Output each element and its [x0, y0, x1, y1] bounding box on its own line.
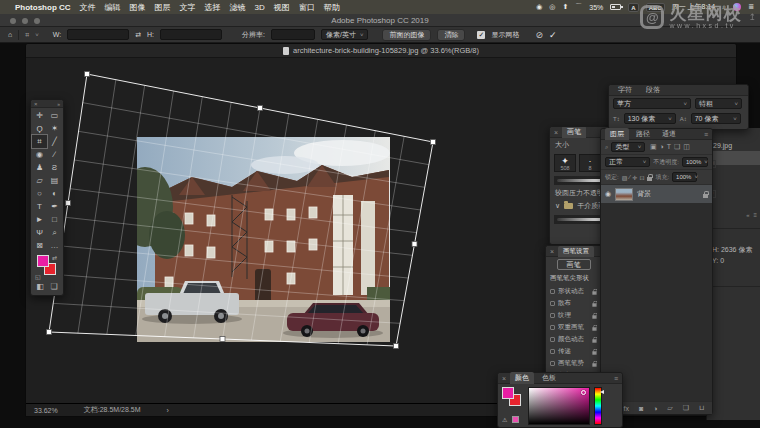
brush-option-row[interactable]: 散布	[546, 297, 601, 309]
collapse-icon[interactable]: »	[57, 101, 60, 107]
menu-window[interactable]: 窗口	[299, 2, 315, 13]
font-family-select[interactable]: 苹方 ˅	[613, 98, 691, 109]
fill-select[interactable]: 100% ˅	[672, 172, 697, 182]
brush-tool[interactable]: ∕	[47, 148, 62, 161]
lasso-tool[interactable]: Ϙ	[32, 122, 47, 135]
crop-handle[interactable]	[412, 242, 417, 247]
gradient-tool[interactable]: ▤	[47, 174, 62, 187]
updates-icon[interactable]: ⬆	[562, 3, 568, 11]
default-colors-icon[interactable]: ◱	[35, 273, 41, 280]
wifi-icon[interactable]: ⌒	[575, 2, 582, 12]
dock-document-tab[interactable]: 29.jpg	[707, 128, 760, 151]
search-icon[interactable]: ⌕	[605, 144, 608, 151]
panel-menu-icon[interactable]: ≡	[753, 212, 757, 218]
checkbox[interactable]	[550, 325, 555, 330]
checkbox[interactable]	[550, 337, 555, 342]
tab-brush-settings[interactable]: 画笔设置	[558, 246, 594, 257]
filter-type-icon[interactable]: T	[665, 143, 672, 150]
brush-option-row[interactable]: 颜色动态	[546, 333, 601, 345]
status-arrow-icon[interactable]: ›	[167, 407, 169, 414]
leading-select[interactable]: 70 像素 ˅	[691, 113, 741, 124]
input-source-badge-abc[interactable]: ABC	[646, 3, 665, 12]
menu-select[interactable]: 选择	[205, 2, 221, 13]
filter-shape-icon[interactable]: ❏	[673, 143, 682, 150]
lock-paint-icon[interactable]: ∕	[629, 174, 630, 181]
close-icon[interactable]: ×	[550, 248, 554, 255]
type-tool[interactable]: T	[32, 200, 47, 213]
layer-row-background[interactable]: ◉ 背景	[601, 185, 712, 203]
filter-smart-icon[interactable]: ◫	[682, 143, 692, 150]
show-grid-checkbox[interactable]: ✓	[477, 31, 485, 39]
menu-photoshop[interactable]: Photoshop CC	[15, 3, 71, 12]
brush-tip-shape-item[interactable]: 画笔笔尖形状	[546, 272, 601, 285]
lock-transparency-icon[interactable]: ▨	[622, 174, 628, 181]
cancel-crop-icon[interactable]: ⊘	[535, 30, 543, 40]
crop-handle[interactable]	[258, 106, 263, 111]
menubar-clock[interactable]: 周一 上午8:14	[672, 2, 716, 12]
spotlight-icon[interactable]: ⌕	[722, 3, 726, 11]
commit-crop-icon[interactable]: ✓	[549, 30, 557, 40]
foreground-color-swatch[interactable]	[502, 387, 514, 399]
zoom-tool[interactable]: ⌕	[47, 226, 62, 239]
blur-tool[interactable]: ○	[32, 187, 47, 200]
zoom-level[interactable]: 33.62%	[34, 407, 58, 414]
panel-menu-icon[interactable]: ≡	[614, 375, 618, 382]
control-center-icon[interactable]: ≣	[748, 3, 754, 11]
filter-pixel-icon[interactable]: ▣	[648, 143, 658, 150]
font-style-select[interactable]: 特粗 ˅	[695, 98, 742, 109]
menu-help[interactable]: 帮助	[324, 2, 340, 13]
adjustment-layer-icon[interactable]: ◑	[652, 405, 659, 412]
history-brush-tool[interactable]: Ƨ	[47, 161, 62, 174]
brush-preset[interactable]: ✦508	[554, 154, 576, 172]
crop-handle[interactable]	[220, 337, 225, 342]
checkbox[interactable]	[550, 361, 555, 366]
crop-handle[interactable]	[47, 330, 52, 335]
checkbox[interactable]	[550, 289, 555, 294]
panel-menu-icon[interactable]: ≡	[704, 131, 708, 138]
height-input[interactable]	[160, 29, 222, 40]
siri-icon[interactable]	[733, 3, 741, 11]
swap-colors-icon[interactable]: ⇄	[52, 254, 57, 261]
frame-tool[interactable]: ⊠	[32, 239, 47, 252]
input-source-badge-a[interactable]: A	[628, 3, 638, 12]
path-selection-tool[interactable]: ►	[32, 213, 47, 226]
marquee-tool[interactable]: ▭	[47, 109, 62, 122]
dodge-tool[interactable]: ◐	[47, 187, 62, 200]
lock-all-icon[interactable]	[647, 177, 652, 181]
tab-paragraph[interactable]: 段落	[641, 84, 665, 96]
layer-filter-select[interactable]: 类型 ˅	[611, 142, 645, 152]
shape-tool[interactable]: □	[47, 213, 62, 226]
tab-paths[interactable]: 路径	[631, 128, 655, 140]
healing-brush-tool[interactable]: ◉	[32, 148, 47, 161]
checkbox[interactable]	[550, 301, 555, 306]
color-picker-cursor[interactable]	[581, 390, 586, 395]
document-tab[interactable]: architecture-brick-building-105829.jpg @…	[26, 44, 736, 58]
layer-name[interactable]: 背景	[637, 189, 651, 199]
resolution-unit-select[interactable]: 像素/英寸 ˅	[321, 29, 368, 40]
menu-type[interactable]: 文字	[180, 2, 196, 13]
magic-wand-tool[interactable]: ✶	[47, 122, 62, 135]
layer-mask-icon[interactable]: ◙	[637, 405, 644, 412]
eraser-tool[interactable]: ▱	[32, 174, 47, 187]
brush-option-row[interactable]: 形状动态	[546, 285, 601, 297]
gamut-warning-icon[interactable]: ⚠	[502, 416, 507, 423]
new-group-icon[interactable]: ▱	[666, 404, 674, 412]
resolution-input[interactable]	[271, 29, 315, 40]
delete-layer-icon[interactable]: ⊔	[698, 404, 706, 412]
brush-option-row[interactable]: 双重画笔	[546, 321, 601, 333]
home-icon[interactable]: ⌂	[8, 31, 12, 38]
front-image-button[interactable]: 前面的图像	[382, 29, 431, 41]
menubar-extra-icon-1[interactable]: ◉	[536, 3, 542, 11]
color-gradient-field[interactable]	[528, 387, 590, 425]
crop-handle[interactable]	[66, 201, 71, 206]
visibility-eye-icon[interactable]: ◉	[605, 190, 611, 198]
background-lock-icon[interactable]	[703, 194, 708, 198]
menu-image[interactable]: 图像	[130, 2, 146, 13]
current-tool-icon[interactable]: ⌗	[25, 31, 29, 39]
tab-layers[interactable]: 图层	[605, 128, 629, 140]
pen-tool[interactable]: ✒	[47, 200, 62, 213]
font-size-select[interactable]: 130 像素 ˅	[624, 113, 676, 124]
checkbox[interactable]	[550, 349, 555, 354]
menu-3d[interactable]: 3D	[255, 3, 265, 12]
hue-slider-marker[interactable]	[600, 390, 604, 394]
